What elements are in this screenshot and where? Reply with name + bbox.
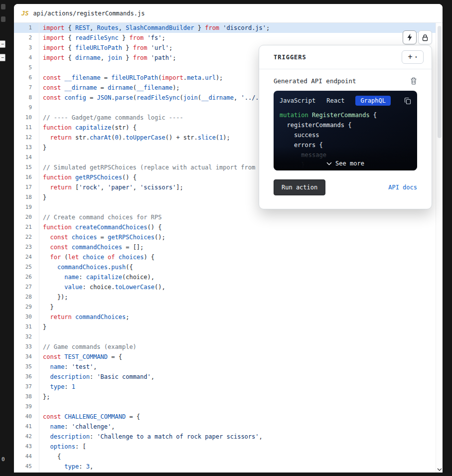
code-line: 38}; bbox=[14, 392, 436, 402]
lock-icon bbox=[422, 34, 429, 41]
code-line: 32 bbox=[14, 332, 436, 342]
line-number: 6 bbox=[14, 73, 39, 83]
run-trigger-button[interactable] bbox=[403, 30, 417, 44]
code-line: 1import { REST, Routes, SlashCommandBuil… bbox=[14, 23, 436, 33]
line-number: 19 bbox=[14, 202, 39, 212]
lightning-icon bbox=[406, 33, 413, 41]
api-docs-link[interactable]: API docs bbox=[388, 184, 417, 191]
code-text bbox=[39, 332, 43, 342]
rail-icon-top bbox=[1, 4, 5, 9]
add-trigger-button[interactable]: + ▾ bbox=[402, 50, 424, 64]
js-file-icon: JS bbox=[21, 10, 28, 17]
line-number: 31 bbox=[14, 322, 39, 332]
code-line: 23 const commandChoices = []; bbox=[14, 242, 436, 252]
line-number: 26 bbox=[14, 272, 39, 282]
code-text: return ['rock', 'paper', 'scissors']; bbox=[39, 182, 183, 192]
code-line: 22 const choices = getRPSChoices(); bbox=[14, 232, 436, 242]
chevron-down-icon: ▾ bbox=[415, 55, 418, 59]
code-text: } bbox=[39, 322, 46, 332]
line-number: 14 bbox=[14, 153, 39, 162]
code-text: type: 1 bbox=[39, 382, 75, 392]
line-number: 27 bbox=[14, 282, 39, 292]
code-text: const config = JSON.parse(readFileSync(j… bbox=[39, 93, 266, 103]
line-number: 2 bbox=[14, 33, 39, 43]
code-text: import { REST, Routes, SlashCommandBuild… bbox=[39, 23, 270, 33]
code-line: 21function createCommandChoices() { bbox=[14, 222, 436, 232]
graphql-code-line: mutation RegisterCommands { bbox=[280, 110, 411, 120]
code-line: 42 description: 'Challenge to a match of… bbox=[14, 432, 436, 442]
code-text bbox=[39, 153, 43, 162]
code-text: for (let choice of choices) { bbox=[39, 252, 154, 262]
code-text: description: 'Challenge to a match of ro… bbox=[39, 432, 263, 442]
line-number: 44 bbox=[14, 452, 39, 462]
see-more-button[interactable]: See more bbox=[274, 160, 417, 167]
code-line: 2import { readFileSync } from 'fs'; bbox=[14, 33, 436, 43]
code-text: return str.charAt(0).toUpperCase() + str… bbox=[39, 133, 230, 143]
run-action-button[interactable]: Run action bbox=[274, 179, 325, 195]
code-text: const __filename = fileURLToPath(import.… bbox=[39, 73, 223, 83]
code-line: 28 }); bbox=[14, 292, 436, 302]
code-line: 29 } bbox=[14, 302, 436, 312]
code-text: name: 'test', bbox=[39, 362, 97, 372]
code-text: name: 'challenge', bbox=[39, 422, 115, 432]
line-number: 28 bbox=[14, 292, 39, 302]
code-text bbox=[39, 63, 43, 73]
code-text: type: 3, bbox=[39, 462, 93, 472]
file-path: api/actions/registerCommands.js bbox=[33, 10, 145, 17]
line-number: 23 bbox=[14, 242, 39, 252]
line-number: 36 bbox=[14, 372, 39, 382]
copy-icon[interactable] bbox=[404, 97, 411, 105]
endpoint-title: Generated API endpoint bbox=[274, 77, 356, 85]
scroll-down-icon[interactable] bbox=[436, 468, 443, 471]
code-line: 20// Create command choices for RPS bbox=[14, 212, 436, 222]
trash-icon[interactable] bbox=[410, 77, 417, 85]
code-line: 25 commandChoices.push({ bbox=[14, 262, 436, 272]
tab-react[interactable]: React bbox=[326, 96, 344, 106]
code-text: const __dirname = dirname(__filename); bbox=[39, 83, 180, 93]
line-number: 11 bbox=[14, 123, 39, 133]
code-line: 27 value: choice.toLowerCase(), bbox=[14, 282, 436, 292]
code-line: 45 type: 3, bbox=[14, 462, 436, 472]
zoom-out-button-bottom[interactable]: − bbox=[0, 54, 5, 61]
code-text bbox=[39, 402, 43, 412]
code-text: } bbox=[39, 143, 46, 153]
code-text: }; bbox=[39, 392, 50, 402]
line-number: 41 bbox=[14, 422, 39, 432]
line-number: 45 bbox=[14, 462, 39, 472]
triggers-panel: TRIGGERS + ▾ Generated API endpoint Java… bbox=[259, 45, 432, 209]
code-text: } bbox=[39, 192, 46, 202]
line-number: 7 bbox=[14, 83, 39, 93]
file-tab[interactable]: JS api/actions/registerCommands.js bbox=[14, 4, 443, 23]
line-number: 4 bbox=[14, 53, 39, 63]
code-line: 39 bbox=[14, 402, 436, 412]
code-text: description: 'Basic command', bbox=[39, 372, 154, 382]
code-text: return commandChoices; bbox=[39, 312, 129, 322]
line-number: 22 bbox=[14, 232, 39, 242]
line-number: 5 bbox=[14, 63, 39, 73]
line-number: 38 bbox=[14, 392, 39, 402]
editor-scrollbar[interactable] bbox=[436, 23, 443, 473]
code-line: 35 name: 'test', bbox=[14, 362, 436, 372]
graphql-code-line: registerCommands { bbox=[280, 120, 411, 130]
line-number: 21 bbox=[14, 222, 39, 232]
code-text: const CHALLENGE_COMMAND = { bbox=[39, 412, 140, 422]
code-text: options: [ bbox=[39, 442, 86, 452]
code-text: commandChoices.push({ bbox=[39, 262, 133, 272]
tab-javascript[interactable]: JavaScript bbox=[280, 96, 315, 106]
tab-graphql[interactable]: GraphQL bbox=[355, 96, 391, 106]
code-text: import { dirname, join } from 'path'; bbox=[39, 53, 176, 63]
code-line: 24 for (let choice of choices) { bbox=[14, 252, 436, 262]
permissions-button[interactable] bbox=[418, 30, 432, 44]
plus-icon: + bbox=[408, 53, 413, 61]
line-number: 10 bbox=[14, 113, 39, 123]
line-number: 34 bbox=[14, 352, 39, 362]
scrollbar-thumb[interactable] bbox=[438, 26, 442, 138]
zoom-out-button-top[interactable]: − bbox=[0, 40, 5, 48]
code-line: 30 return commandChoices; bbox=[14, 312, 436, 322]
code-text: function createCommandChoices() { bbox=[39, 222, 161, 232]
line-number: 29 bbox=[14, 302, 39, 312]
triggers-title: TRIGGERS bbox=[274, 54, 306, 61]
see-more-label: See more bbox=[335, 160, 364, 167]
code-text: }); bbox=[39, 292, 68, 302]
line-number: 13 bbox=[14, 143, 39, 153]
